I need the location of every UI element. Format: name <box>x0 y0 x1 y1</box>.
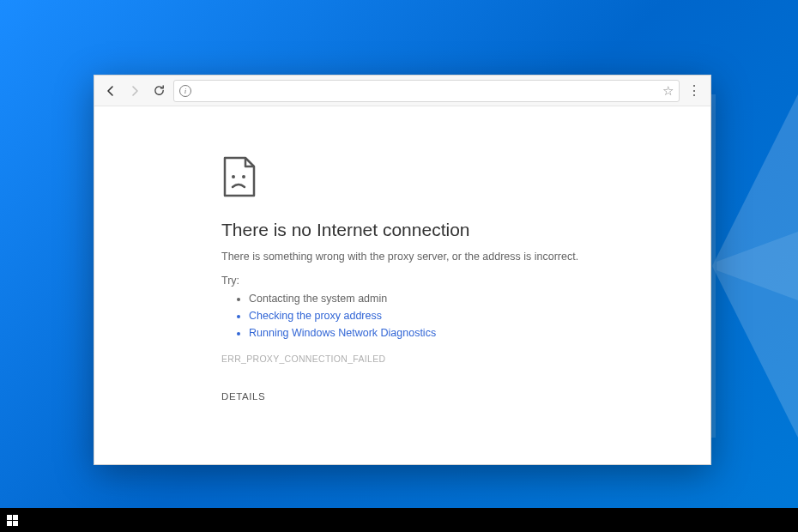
svg-rect-10 <box>13 521 18 526</box>
svg-point-5 <box>232 175 235 178</box>
browser-window: i ☆ ⋮ There is no Internet connection Th… <box>94 75 711 465</box>
browser-menu-button[interactable]: ⋮ <box>685 82 704 100</box>
try-label: Try: <box>221 275 710 287</box>
forward-button[interactable] <box>125 82 144 100</box>
error-title: There is no Internet connection <box>221 220 710 240</box>
taskbar[interactable] <box>0 508 798 532</box>
error-page: There is no Internet connection There is… <box>94 106 710 464</box>
svg-point-6 <box>242 175 245 178</box>
bookmark-star-icon[interactable]: ☆ <box>662 83 674 99</box>
site-info-icon[interactable]: i <box>179 85 191 97</box>
svg-rect-8 <box>13 515 18 520</box>
suggestion-link[interactable]: Running Windows Network Diagnostics <box>249 324 710 342</box>
sad-page-icon <box>221 156 257 197</box>
browser-toolbar: i ☆ ⋮ <box>94 76 710 106</box>
address-input[interactable] <box>196 84 657 97</box>
suggestions-list: Contacting the system admin Checking the… <box>221 290 710 342</box>
reload-button[interactable] <box>149 82 168 100</box>
start-button[interactable] <box>5 513 19 527</box>
svg-rect-9 <box>7 521 12 526</box>
address-bar[interactable]: i ☆ <box>173 80 680 102</box>
error-code: ERR_PROXY_CONNECTION_FAILED <box>221 354 710 364</box>
suggestion-item: Contacting the system admin <box>249 290 710 307</box>
suggestion-link[interactable]: Checking the proxy address <box>249 307 710 324</box>
back-button[interactable] <box>101 82 120 100</box>
details-button[interactable]: DETAILS <box>221 391 265 402</box>
svg-rect-7 <box>7 515 12 520</box>
error-description: There is something wrong with the proxy … <box>221 251 710 263</box>
